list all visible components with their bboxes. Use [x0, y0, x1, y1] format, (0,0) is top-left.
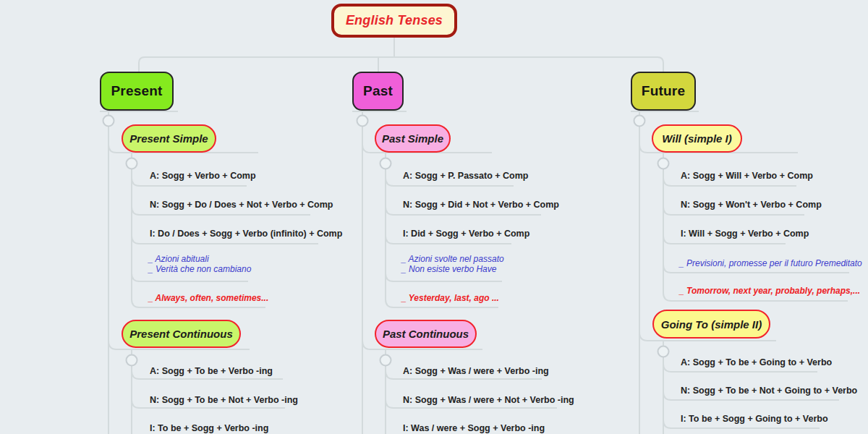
usage-note[interactable]: _ Azioni abituali: [148, 254, 209, 264]
node-present-continuous[interactable]: Present Continuous: [122, 320, 241, 348]
rule-interrogative[interactable]: I: To be + Sogg + Going to + Verbo: [681, 413, 828, 425]
rule-affirmative[interactable]: A: Sogg + Verbo + Comp: [150, 170, 256, 182]
rule-affirmative[interactable]: A: Sogg + Will + Verbo + Comp: [681, 170, 813, 182]
rule-interrogative[interactable]: I: Will + Sogg + Verbo + Comp: [681, 228, 809, 240]
rule-affirmative[interactable]: A: Sogg + To be + Going to + Verbo: [681, 357, 832, 369]
rule-interrogative[interactable]: I: To be + Sogg + Verbo -ing: [150, 422, 268, 434]
rule-affirmative[interactable]: A: Sogg + To be + Verbo -ing: [150, 365, 273, 378]
root-node-english-tenses[interactable]: English Tenses: [331, 4, 457, 38]
collapse-toggle[interactable]: [658, 158, 669, 169]
usage-note[interactable]: _ Non esiste verbo Have: [401, 264, 496, 274]
usage-note[interactable]: _ Previsioni, promesse per il futuro Pre…: [679, 258, 862, 268]
branch-node-present[interactable]: Present: [100, 72, 174, 111]
keywords-note[interactable]: _ Yesterday, last, ago ...: [401, 293, 499, 303]
mindmap-canvas: English Tenses Present Past Future Prese…: [0, 0, 868, 434]
node-going-to[interactable]: Going To (simple II): [652, 310, 770, 339]
node-past-continuous[interactable]: Past Continuous: [375, 320, 477, 348]
collapse-toggle[interactable]: [127, 158, 137, 169]
rule-affirmative[interactable]: A: Sogg + Was / were + Verbo -ing: [403, 365, 549, 378]
collapse-toggle[interactable]: [380, 158, 391, 169]
rule-negative[interactable]: N: Sogg + Won't + Verbo + Comp: [681, 199, 822, 211]
usage-note[interactable]: _ Azioni svolte nel passato: [401, 254, 504, 264]
rule-interrogative[interactable]: I: Was / were + Sogg + Verbo -ing: [403, 422, 545, 434]
branch-node-past[interactable]: Past: [352, 72, 404, 111]
rule-interrogative[interactable]: I: Did + Sogg + Verbo + Comp: [403, 228, 529, 240]
node-will-simple[interactable]: Will (simple I): [652, 124, 742, 153]
usage-note[interactable]: _ Verità che non cambiano: [148, 264, 251, 274]
collapse-toggle[interactable]: [658, 346, 669, 357]
node-present-simple[interactable]: Present Simple: [122, 124, 216, 153]
node-past-simple[interactable]: Past Simple: [375, 124, 451, 153]
rule-negative[interactable]: N: Sogg + To be + Not + Going to + Verbo: [681, 385, 857, 397]
rule-negative[interactable]: N: Sogg + Do / Does + Not + Verbo + Comp: [150, 199, 333, 211]
branch-node-future[interactable]: Future: [631, 72, 696, 111]
collapse-toggle[interactable]: [127, 355, 137, 366]
rule-affirmative[interactable]: A: Sogg + P. Passato + Comp: [403, 170, 528, 182]
collapse-toggle[interactable]: [103, 116, 114, 127]
keywords-note[interactable]: _ Tomorrow, next year, probably, perhaps…: [679, 286, 860, 296]
rule-interrogative[interactable]: I: Do / Does + Sogg + Verbo (infinito) +…: [150, 228, 342, 240]
collapse-toggle[interactable]: [634, 116, 645, 127]
collapse-toggle[interactable]: [357, 116, 368, 127]
rule-negative[interactable]: N: Sogg + Was / were + Not + Verbo -ing: [403, 394, 574, 407]
keywords-note[interactable]: _ Always, often, sometimes...: [148, 293, 268, 303]
rule-negative[interactable]: N: Sogg + To be + Not + Verbo -ing: [150, 394, 298, 407]
rule-negative[interactable]: N: Sogg + Did + Not + Verbo + Comp: [403, 199, 559, 211]
collapse-toggle[interactable]: [380, 355, 391, 366]
